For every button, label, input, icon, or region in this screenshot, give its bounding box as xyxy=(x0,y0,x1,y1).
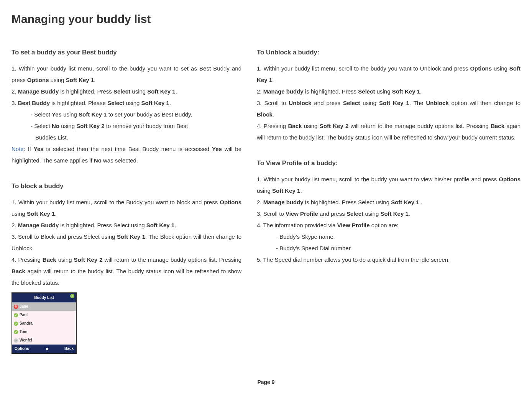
status-online-icon xyxy=(14,330,18,334)
status-online-icon xyxy=(70,294,74,298)
buddy-name: Paul xyxy=(20,311,28,319)
status-blocked-icon xyxy=(14,305,18,309)
buddy-row: Tom xyxy=(12,328,76,336)
sub-step: - Select No using Soft Key 2 to remove y… xyxy=(11,120,241,132)
status-offline-icon xyxy=(14,338,18,343)
section-view-profile: To View Profile of a buddy: 1. Within yo… xyxy=(257,157,521,266)
sub-step: Buddies List. xyxy=(11,132,241,143)
buddy-name: Sandra xyxy=(20,320,33,327)
status-online-icon xyxy=(14,313,18,317)
left-column: To set a buddy as your Best buddy 1. Wit… xyxy=(11,46,241,367)
softkey-back: Back xyxy=(64,345,74,353)
buddy-list-footer: Options ◆ Back xyxy=(12,345,76,353)
step-text: 1. Within your buddy list menu, scroll t… xyxy=(11,197,241,220)
step-text: 3. Scroll to View Profile and press Sele… xyxy=(257,208,521,220)
softkey-options: Options xyxy=(15,345,29,353)
sub-step: - Buddy's Skype name. xyxy=(257,231,521,243)
step-text: 2. Manage buddy is highlighted. Press Se… xyxy=(257,197,521,208)
content-columns: To set a buddy as your Best buddy 1. Wit… xyxy=(11,46,521,367)
step-text: 4. The information provided via View Pro… xyxy=(257,220,521,231)
section-block-buddy: To block a buddy 1. Within your buddy li… xyxy=(11,180,241,354)
status-online-icon xyxy=(14,322,18,326)
buddy-row: Sandra xyxy=(12,319,76,328)
buddy-list-header: Buddy List xyxy=(12,293,76,302)
step-text: 1. Within your buddy list menu, scroll t… xyxy=(257,63,521,86)
buddy-name: Wenfei xyxy=(20,336,32,344)
heading-view-profile: To View Profile of a buddy: xyxy=(257,157,521,170)
step-text: 4. Pressing Back using Soft Key 2 will r… xyxy=(11,254,241,289)
nav-arrows-icon: ◆ xyxy=(46,345,48,352)
step-text: 2. Manage Buddy is highlighted. Press Se… xyxy=(11,220,241,231)
step-text: 4. Pressing Back using Soft Key 2 will r… xyxy=(257,120,521,143)
step-text: 1. Within your buddy list menu, scroll t… xyxy=(11,63,241,86)
step-text: 3. Scroll to Block and press Select usin… xyxy=(11,231,241,254)
buddy-name: Jane xyxy=(20,303,28,310)
buddy-list-widget: Buddy List JanePaulSandraTomWenfei Optio… xyxy=(11,292,77,354)
buddy-row: Wenfei xyxy=(12,336,76,345)
step-text: 2. Manage buddy is highlighted. Press Se… xyxy=(257,86,521,97)
heading-best-buddy: To set a buddy as your Best buddy xyxy=(11,46,241,59)
note-text: Note: If Yes is selected then the next t… xyxy=(11,143,241,166)
sub-step: - Select Yes using Soft Key 1 to set you… xyxy=(11,109,241,120)
section-best-buddy: To set a buddy as your Best buddy 1. Wit… xyxy=(11,46,241,166)
step-text: 3. Scroll to Unblock and press Select us… xyxy=(257,97,521,120)
page-title: Managing your buddy list xyxy=(11,8,521,31)
note-label: Note xyxy=(11,146,24,152)
heading-block-buddy: To block a buddy xyxy=(11,180,241,193)
buddy-list-title: Buddy List xyxy=(34,295,54,300)
right-column: To Unblock a buddy: 1. Within your buddy… xyxy=(257,46,521,367)
step-text: 3. Best Buddy is highlighted. Please Sel… xyxy=(11,97,241,109)
page-number: Page 9 xyxy=(11,377,521,387)
step-text: 5. The Speed dial number allows you to d… xyxy=(257,254,521,266)
section-unblock-buddy: To Unblock a buddy: 1. Within your buddy… xyxy=(257,46,521,143)
step-text: 2. Manage Buddy is highlighted. Press Se… xyxy=(11,86,241,97)
step-text: 1. Within your buddy list menu, scroll t… xyxy=(257,174,521,197)
buddy-name: Tom xyxy=(20,328,27,336)
heading-unblock-buddy: To Unblock a buddy: xyxy=(257,46,521,59)
buddy-row: Paul xyxy=(12,311,76,319)
sub-step: - Buddy's Speed Dial number. xyxy=(257,243,521,254)
buddy-row: Jane xyxy=(12,302,76,311)
